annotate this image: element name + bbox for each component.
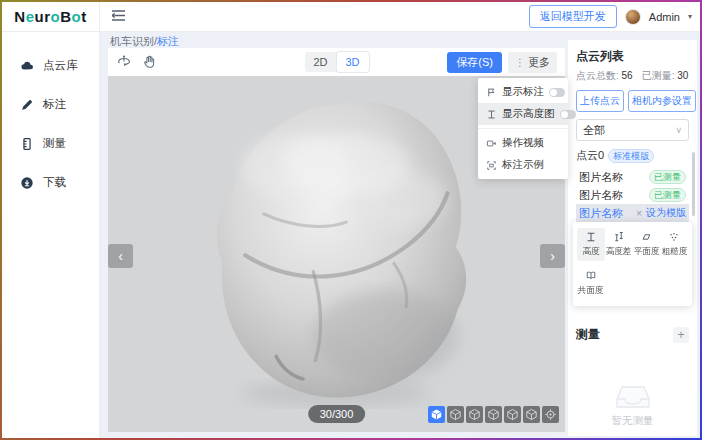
prev-frame-button[interactable]: ‹ bbox=[108, 244, 133, 268]
template-badge: 标准模版 bbox=[608, 149, 654, 163]
toolbar-actions: 保存(S) ⋮更多 bbox=[447, 52, 557, 73]
menu-item-annotation-example[interactable]: 标注示例 bbox=[478, 154, 568, 176]
breadcrumb-parent[interactable]: 机车识别 bbox=[110, 35, 154, 47]
add-measure-button[interactable]: + bbox=[673, 327, 689, 343]
pan-hand-icon[interactable] bbox=[142, 54, 157, 71]
tooth-3d-model[interactable] bbox=[186, 90, 486, 410]
back-to-model-dev-button[interactable]: 返回模型开发 bbox=[529, 5, 617, 28]
view-top-button[interactable] bbox=[523, 406, 540, 423]
menu-item-label: 显示高度图 bbox=[502, 107, 555, 121]
list-scrollbar[interactable] bbox=[692, 152, 695, 216]
sidebar-item-label: 点云库 bbox=[43, 58, 78, 73]
show-annotations-toggle[interactable] bbox=[549, 88, 565, 97]
tool-height-diff[interactable]: 高度差 bbox=[605, 228, 633, 261]
menu-item-label: 标注示例 bbox=[502, 158, 560, 172]
group-name: 点云0 bbox=[576, 148, 604, 163]
view-back-button[interactable] bbox=[466, 406, 483, 423]
user-avatar[interactable] bbox=[625, 9, 641, 25]
view-preset-bar bbox=[428, 406, 559, 423]
menu-item-show-annotations[interactable]: 显示标注 bbox=[478, 81, 568, 103]
flag-icon bbox=[486, 87, 497, 98]
item-name: 图片名称 bbox=[579, 206, 623, 221]
app-window: NeuroBot 返回模型开发 Admin ▾ 点云库 标注 测量 下载 bbox=[0, 0, 702, 440]
empty-text: 暂无测量 bbox=[612, 414, 654, 428]
view-default-button[interactable] bbox=[428, 406, 445, 423]
logo-letter: u bbox=[34, 8, 44, 25]
logo-letter: o bbox=[72, 8, 82, 25]
logo-letter: t bbox=[81, 8, 87, 25]
more-dots-icon: ⋮ bbox=[515, 57, 525, 68]
status-badge-measured: 已测量 bbox=[649, 170, 686, 184]
breadcrumb: 机车识别/标注 bbox=[110, 33, 179, 49]
mode-3d-button[interactable]: 3D bbox=[337, 52, 369, 72]
item-name: 图片名称 bbox=[579, 188, 623, 203]
top-header: NeuroBot 返回模型开发 Admin ▾ bbox=[2, 2, 700, 32]
sidebar-item-download[interactable]: 下载 bbox=[2, 163, 99, 202]
save-button[interactable]: 保存(S) bbox=[447, 52, 502, 73]
coplanarity-icon bbox=[585, 270, 597, 282]
measure-section-header: 测量 + bbox=[576, 326, 689, 343]
set-as-template-link[interactable]: 设为模版 bbox=[646, 206, 686, 220]
rotate-tool-icon[interactable] bbox=[116, 53, 132, 71]
menu-item-label: 显示标注 bbox=[502, 85, 544, 99]
logo-letter: o bbox=[51, 8, 61, 25]
list-item[interactable]: 图片名称 已测量 bbox=[576, 186, 689, 204]
view-right-button[interactable] bbox=[504, 406, 521, 423]
menu-divider bbox=[478, 128, 568, 129]
tool-height[interactable]: 高度 bbox=[577, 228, 605, 261]
tool-roughness[interactable]: 粗糙度 bbox=[660, 228, 688, 261]
recenter-button[interactable] bbox=[542, 406, 559, 423]
collapse-menu-icon[interactable] bbox=[112, 10, 125, 23]
flatness-icon bbox=[640, 231, 652, 243]
filter-select[interactable]: 全部 ∨ bbox=[576, 119, 689, 141]
frame-counter: 30/300 bbox=[308, 405, 366, 423]
logo-letter: e bbox=[26, 8, 35, 25]
measure-tools-popup: 高度 高度差 平面度 粗糙度 共面度 bbox=[573, 222, 692, 306]
list-item-selected[interactable]: 图片名称 × 设为模版 bbox=[576, 204, 689, 222]
more-dropdown-menu: 显示标注 显示高度图 操作视频 标注示例 bbox=[478, 78, 568, 179]
sidebar-item-label: 下载 bbox=[43, 175, 66, 190]
tool-coplanarity[interactable]: 共面度 bbox=[577, 267, 605, 300]
ruler-icon bbox=[20, 137, 34, 151]
pointcloud-group-row[interactable]: 点云0 标准模版 bbox=[576, 148, 689, 163]
header-right: 返回模型开发 Admin ▾ bbox=[529, 5, 700, 28]
next-frame-button[interactable]: › bbox=[540, 244, 565, 268]
cloud-icon bbox=[20, 59, 34, 73]
panel-stats: 点云总数: 56 已测量: 30 bbox=[576, 69, 689, 83]
breadcrumb-current: 标注 bbox=[157, 35, 179, 47]
status-badge-measured: 已测量 bbox=[649, 188, 686, 202]
empty-state: 暂无测量 bbox=[568, 383, 697, 428]
stat-measured: 已测量: 30 bbox=[642, 69, 689, 83]
height-icon bbox=[585, 231, 597, 243]
sidebar: 点云库 标注 测量 下载 bbox=[2, 32, 100, 438]
list-item[interactable]: 图片名称 已测量 bbox=[576, 168, 689, 186]
roughness-icon bbox=[668, 231, 680, 243]
tools-grid: 高度 高度差 平面度 粗糙度 共面度 bbox=[577, 228, 688, 300]
video-icon bbox=[486, 138, 497, 149]
tool-flatness[interactable]: 平面度 bbox=[633, 228, 661, 261]
menu-item-tutorial-video[interactable]: 操作视频 bbox=[478, 132, 568, 154]
panel-title: 点云列表 bbox=[576, 48, 689, 65]
more-button[interactable]: ⋮更多 bbox=[508, 52, 557, 73]
mode-2d-button[interactable]: 2D bbox=[305, 52, 337, 72]
sidebar-item-annotation[interactable]: 标注 bbox=[2, 85, 99, 124]
user-name[interactable]: Admin bbox=[649, 11, 680, 23]
sidebar-item-pointcloud-library[interactable]: 点云库 bbox=[2, 46, 99, 85]
stat-total: 点云总数: 56 bbox=[576, 69, 633, 83]
example-frame-icon bbox=[486, 160, 497, 171]
show-heightmap-toggle[interactable] bbox=[560, 110, 576, 119]
view-front-button[interactable] bbox=[447, 406, 464, 423]
pointcloud-panel: 点云列表 点云总数: 56 已测量: 30 上传点云 相机内参设置 全部 ∨ 点… bbox=[568, 40, 697, 436]
view-mode-toggle: 2D 3D bbox=[305, 52, 369, 72]
upload-pointcloud-button[interactable]: 上传点云 bbox=[576, 90, 624, 112]
height-map-icon bbox=[486, 109, 497, 120]
camera-params-button[interactable]: 相机内参设置 bbox=[628, 90, 696, 112]
menu-item-show-heightmap[interactable]: 显示高度图 bbox=[478, 103, 568, 125]
app-root: NeuroBot 返回模型开发 Admin ▾ 点云库 标注 测量 下载 bbox=[2, 2, 700, 438]
close-icon[interactable]: × bbox=[636, 208, 642, 219]
sidebar-item-measure[interactable]: 测量 bbox=[2, 124, 99, 163]
sidebar-item-label: 标注 bbox=[43, 97, 66, 112]
pen-icon bbox=[20, 98, 34, 112]
user-caret-down-icon[interactable]: ▾ bbox=[688, 12, 692, 21]
view-left-button[interactable] bbox=[485, 406, 502, 423]
